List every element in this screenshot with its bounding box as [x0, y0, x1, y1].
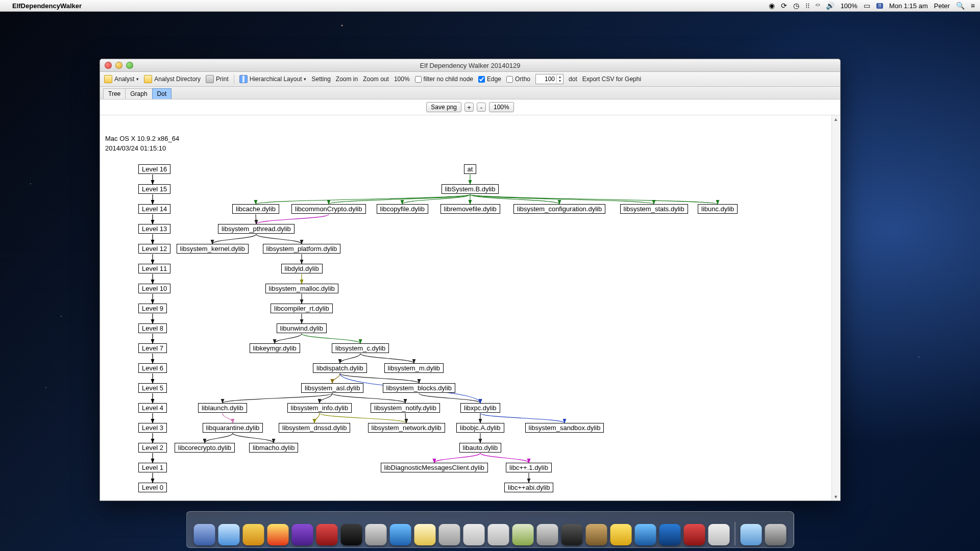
mac-dock[interactable]	[186, 511, 794, 548]
dock-app-icon[interactable]	[635, 524, 656, 545]
dep-node-dispatch[interactable]: libdispatch.dylib	[313, 363, 367, 373]
ortho-checkbox-input[interactable]	[506, 76, 513, 83]
dock-app-icon[interactable]	[561, 524, 583, 545]
dep-node-dyld[interactable]: libdyld.dylib	[281, 264, 323, 273]
dep-node-blocks[interactable]: libsystem_blocks.dylib	[383, 383, 456, 393]
print-button[interactable]: Print	[206, 75, 229, 83]
export-csv-button[interactable]: Export CSV for Gephi	[582, 76, 641, 83]
dep-node-sysstats[interactable]: libsystem_stats.dylib	[620, 204, 688, 214]
dep-node-diag[interactable]: libDiagnosticMessagesClient.dylib	[381, 463, 488, 472]
battery-icon[interactable]: ▭	[864, 2, 870, 10]
dock-app-icon[interactable]	[512, 524, 534, 545]
dep-node-pthread[interactable]: libsystem_pthread.dylib	[218, 224, 295, 234]
dock-app-icon[interactable]	[684, 524, 705, 545]
dot-button[interactable]: dot	[569, 76, 577, 83]
dep-node-asl[interactable]: libsystem_asl.dylib	[301, 383, 363, 393]
tab-graph[interactable]: Graph	[125, 88, 152, 99]
volume-icon[interactable]: 🔊	[826, 2, 835, 10]
dock-app-icon[interactable]	[414, 524, 436, 545]
dock-app-icon[interactable]	[267, 524, 289, 545]
dep-node-sandbox[interactable]: libsystem_sandbox.dylib	[525, 423, 604, 433]
notification-icon[interactable]: ◉	[769, 2, 775, 10]
menubar-clock[interactable]: Mon 1:15 am	[889, 2, 928, 10]
graph-canvas[interactable]: ▲ ▼ Mac OS X 10.9.2 x86_64 2014/03/24 01…	[100, 115, 840, 500]
dep-node-removefile[interactable]: libremovefile.dylib	[440, 204, 500, 214]
dep-node-unc[interactable]: libunc.dylib	[698, 204, 738, 214]
ortho-value-input[interactable]	[536, 75, 556, 83]
dep-node-unwind[interactable]: libunwind.dylib	[277, 323, 327, 333]
dock-app-icon[interactable]	[741, 524, 762, 545]
dep-node-cache[interactable]: libcache.dylib	[232, 204, 279, 214]
battery-percent[interactable]: 100%	[841, 2, 857, 10]
dep-node-notify[interactable]: libsystem_notify.dylib	[371, 403, 440, 413]
dock-app-icon[interactable]	[194, 524, 215, 545]
dock-app-icon[interactable]	[488, 524, 509, 545]
tab-tree[interactable]: Tree	[103, 88, 126, 99]
dep-node-sysconf[interactable]: libsystem_configuration.dylib	[513, 204, 605, 214]
dock-app-icon[interactable]	[586, 524, 607, 545]
menu-extra-icon[interactable]: ⁝⁝	[805, 2, 810, 10]
ortho-checkbox[interactable]: Ortho	[506, 76, 530, 83]
dep-node-xpc[interactable]: libxpc.dylib	[460, 403, 500, 413]
dep-node-sysc[interactable]: libsystem_c.dylib	[332, 343, 389, 353]
input-source-icon[interactable]: ⠿	[876, 3, 883, 9]
dep-node-ccrypto[interactable]: libcommonCrypto.dylib	[291, 204, 366, 214]
dock-app-icon[interactable]	[292, 524, 313, 545]
zoom-100-button[interactable]: 100%	[394, 76, 410, 83]
spotlight-icon[interactable]: 🔍	[956, 2, 965, 10]
setting-button[interactable]: Setting	[311, 76, 330, 83]
clock-icon[interactable]: ◷	[793, 2, 799, 10]
dep-node-launch[interactable]: liblaunch.dylib	[198, 403, 247, 413]
dep-node-at[interactable]: at	[464, 164, 477, 174]
spinner-arrows[interactable]: ▴▾	[556, 75, 563, 83]
dep-node-cpp1[interactable]: libc++.1.dylib	[506, 463, 552, 472]
dock-app-icon[interactable]	[610, 524, 632, 545]
dep-node-quarantine[interactable]: libquarantine.dylib	[203, 423, 263, 433]
window-titlebar[interactable]: Elf Dependency Walker 20140129	[100, 59, 840, 72]
edge-checkbox[interactable]: Edge	[478, 76, 501, 83]
dep-node-dnssd[interactable]: libsystem_dnssd.dylib	[279, 423, 350, 433]
analyst-button[interactable]: Analyst ▾	[104, 75, 139, 83]
menubar-app-name[interactable]: ElfDependencyWalker	[12, 2, 82, 10]
dock-app-icon[interactable]	[218, 524, 240, 545]
dock-app-icon[interactable]	[765, 524, 787, 545]
dock-app-icon[interactable]	[708, 524, 730, 545]
dock-app-icon[interactable]	[537, 524, 558, 545]
notification-center-icon[interactable]: ≡	[971, 2, 975, 10]
analyst-directory-button[interactable]: Analyst Directory	[144, 75, 201, 83]
dock-app-icon[interactable]	[365, 524, 387, 545]
minimize-button[interactable]	[115, 62, 122, 69]
zoom-plus-button[interactable]: +	[464, 103, 474, 112]
dep-node-corecrypto[interactable]: libcorecrypto.dylib	[175, 443, 235, 453]
dep-node-platform[interactable]: libsystem_platform.dylib	[263, 244, 341, 254]
edge-checkbox-input[interactable]	[478, 76, 485, 83]
dep-node-cppabi[interactable]: libc++abi.dylib	[504, 483, 553, 492]
ortho-spinner[interactable]: ▴▾	[535, 74, 564, 84]
dep-node-malloc[interactable]: libsystem_malloc.dylib	[265, 284, 338, 293]
filter-checkbox-input[interactable]	[415, 76, 422, 83]
dock-app-icon[interactable]	[659, 524, 681, 545]
zoom-minus-button[interactable]: -	[477, 103, 486, 112]
dep-node-info[interactable]: libsystem_info.dylib	[287, 403, 352, 413]
close-button[interactable]	[105, 62, 112, 69]
sync-icon[interactable]: ⟳	[781, 2, 787, 10]
dep-node-macho[interactable]: libmacho.dylib	[249, 443, 298, 453]
dep-node-keymgr[interactable]: libkeymgr.dylib	[250, 343, 300, 353]
wifi-icon[interactable]: ⌔	[816, 2, 820, 10]
menubar-user[interactable]: Peter	[934, 2, 950, 10]
dock-app-icon[interactable]	[316, 524, 338, 545]
dep-node-objc[interactable]: libobjc.A.dylib	[456, 423, 504, 433]
dep-node-copyfile[interactable]: libcopyfile.dylib	[377, 204, 428, 214]
dep-node-sysm[interactable]: libsystem_m.dylib	[384, 363, 444, 373]
dep-node-kernel[interactable]: libsystem_kernel.dylib	[177, 244, 249, 254]
dep-node-compiler[interactable]: libcompiler_rt.dylib	[271, 304, 333, 313]
dock-app-icon[interactable]	[390, 524, 411, 545]
dock-app-icon[interactable]	[341, 524, 362, 545]
zoom-button[interactable]	[126, 62, 133, 69]
layout-dropdown[interactable]: Hierarchical Layout ▾	[239, 75, 307, 83]
dock-app-icon[interactable]	[463, 524, 485, 545]
dock-app-icon[interactable]	[243, 524, 264, 545]
zoom-pct-button[interactable]: 100%	[489, 102, 514, 112]
dep-node-auto[interactable]: libauto.dylib	[459, 443, 502, 453]
dep-node-network[interactable]: libsystem_network.dylib	[368, 423, 445, 433]
